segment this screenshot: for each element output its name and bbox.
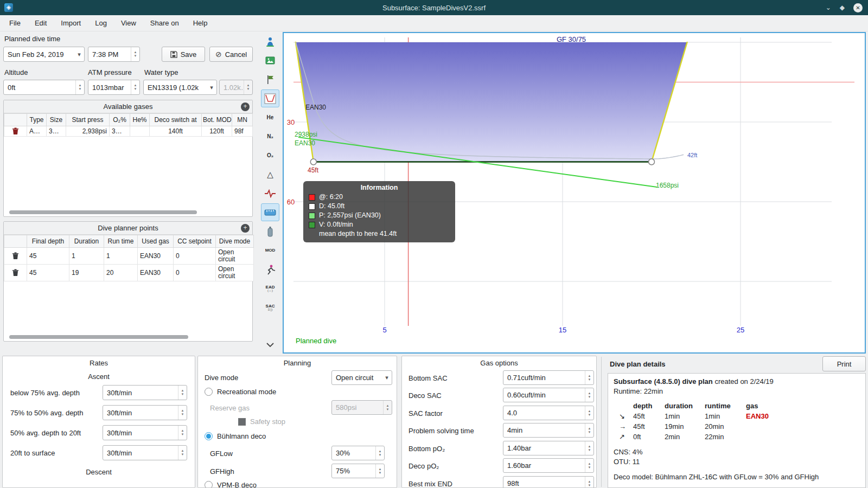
close-icon[interactable]: ✕ [853,3,863,12]
spinner-arrows-icon[interactable] [585,406,593,420]
mod-icon[interactable]: MOD [261,241,279,259]
col-he[interactable]: He% [130,114,150,126]
recreational-mode-radio[interactable]: Recreational mode [205,388,276,396]
planner-point-handle[interactable] [310,159,316,165]
dive-profile-chart[interactable]: 515253060 GF 30/75 EAN30 2938psi EAN30 4… [283,32,866,354]
ascent-rate-2-spinner[interactable]: 30ft/min [103,405,187,420]
col-run-time[interactable]: Run time [104,235,138,248]
sac-icon[interactable]: SAC≡◷ [261,298,279,316]
gflow-spinner[interactable]: 30% [331,446,385,460]
heart-rate-icon[interactable] [261,184,279,202]
ceiling-flag-icon[interactable] [261,70,279,88]
spinner-arrows-icon[interactable] [375,446,384,460]
menu-view[interactable]: View [116,17,141,29]
safety-stop-checkbox[interactable]: Safety stop [238,418,285,426]
profile-toggle-icon[interactable] [261,89,279,107]
buhlmann-deco-radio[interactable]: Bühlmann deco [205,432,266,440]
dive-computer-icon[interactable] [261,33,279,50]
photos-icon[interactable] [261,52,279,69]
spinner-arrows-icon[interactable] [131,80,139,94]
spinner-arrows-icon[interactable] [585,371,593,384]
spinner-arrows-icon[interactable] [178,426,187,440]
col-cc-setpoint[interactable]: CC setpoint [174,235,216,248]
col-used-gas[interactable]: Used gas [138,235,174,248]
menu-log[interactable]: Log [90,17,112,29]
ruler-icon[interactable] [261,203,279,221]
reserve-gas-spinner[interactable]: 580psi [331,400,392,415]
col-deco-switch[interactable]: Deco switch at [150,114,202,126]
menu-share-on[interactable]: Share on [145,17,184,29]
he-graph-icon[interactable]: He [261,108,279,126]
spinner-arrows-icon[interactable] [178,446,187,460]
col-final-depth[interactable]: Final depth [27,235,69,248]
first-point-depth-label: 45ft [308,166,319,174]
menu-import[interactable]: Import [56,17,86,29]
ndl-icon[interactable] [261,260,279,278]
spinner-arrows-icon[interactable] [178,406,187,420]
altitude-spinner[interactable]: 0ft [3,80,85,95]
radio-icon [205,481,213,488]
menu-help[interactable]: Help [188,17,213,29]
ascent-rate-3-spinner[interactable]: 30ft/min [103,425,187,440]
deco-po2-spinner[interactable]: 1.60bar [503,458,594,473]
col-mnd[interactable]: MN [232,114,253,126]
spinner-arrows-icon[interactable] [131,47,139,61]
minimize-icon[interactable]: ⌄ [826,4,831,11]
ascent-rate-1-spinner[interactable]: 30ft/min [103,385,187,400]
dive-time-spinner[interactable]: 7:38 PM [88,47,140,62]
gas-row: A… 3… 2,938psi 3… 140ft 120ft 98f [4,126,253,137]
dive-mode-select[interactable]: Open circuit [331,370,392,385]
planner-point-handle[interactable] [649,159,655,165]
delete-gas-button[interactable] [12,127,19,135]
col-dive-mode[interactable]: Dive mode [216,235,254,248]
o2-graph-icon[interactable]: O₂ [261,146,279,164]
atm-pressure-spinner[interactable]: 1013mbar [88,80,140,95]
spinner-arrows-icon[interactable] [375,464,384,478]
gases-horizontal-scrollbar[interactable] [9,210,197,214]
bottom-po2-spinner[interactable]: 1.40bar [503,441,594,455]
dive-date-select[interactable]: Sun Feb 24, 2019 [3,47,85,62]
spinner-arrows-icon[interactable] [585,441,593,455]
delete-point-button[interactable] [12,252,19,260]
cancel-button[interactable]: ⊘ Cancel [209,47,253,62]
problem-solving-time-spinner[interactable]: 4min [503,423,594,438]
col-duration[interactable]: Duration [69,235,104,248]
bottom-sac-spinner[interactable]: 0.71cuft/min [503,370,594,385]
save-button[interactable]: Save [162,47,205,62]
sac-factor-spinner[interactable]: 4.0 [503,406,594,420]
spinner-arrows-icon[interactable] [585,423,593,437]
col-start-press[interactable]: Start press [66,114,110,126]
spinner-arrows-icon[interactable] [178,386,187,400]
ead-icon[interactable]: EAD(↔) [261,279,279,297]
salinity-spinner[interactable]: 1.02k… [219,80,253,95]
pp-graph-icon[interactable]: △ [261,165,279,183]
water-type-label: Water type [144,68,178,76]
water-type-select[interactable]: EN13319 (1.02k [143,80,217,95]
col-size[interactable]: Size [47,114,66,126]
scroll-down-icon[interactable] [261,336,279,354]
deco-sac-spinner[interactable]: 0.60cuft/min [503,388,594,402]
spinner-arrows-icon[interactable] [75,80,84,94]
col-type[interactable]: Type [27,114,47,126]
points-horizontal-scrollbar[interactable] [9,335,188,339]
spinner-arrows-icon[interactable] [585,388,593,402]
gfhigh-spinner[interactable]: 75% [331,464,385,478]
n2-graph-icon[interactable]: N₂ [261,127,279,145]
spinner-arrows-icon[interactable] [585,477,593,488]
col-bot-mod[interactable]: Bot. MOD [202,114,232,126]
gf-label: GF 30/75 [557,35,586,43]
ascent-rate-4-spinner[interactable]: 30ft/min [103,445,187,460]
tissues-icon[interactable] [261,222,279,240]
print-button[interactable]: Print [822,356,866,371]
delete-point-button[interactable] [12,269,19,277]
menu-edit[interactable]: Edit [30,17,52,29]
spinner-arrows-icon[interactable] [585,459,593,472]
menu-file[interactable]: File [4,17,25,29]
add-point-button[interactable]: + [241,224,250,233]
col-o2[interactable]: O₂% [110,114,130,126]
dive-mode-label: Dive mode [205,374,238,382]
vpmb-deco-radio[interactable]: VPM-B deco [205,481,257,488]
maximize-icon[interactable]: ◆ [840,4,845,11]
best-mix-end-spinner[interactable]: 98ft [503,476,594,488]
add-gas-button[interactable]: + [241,102,250,111]
